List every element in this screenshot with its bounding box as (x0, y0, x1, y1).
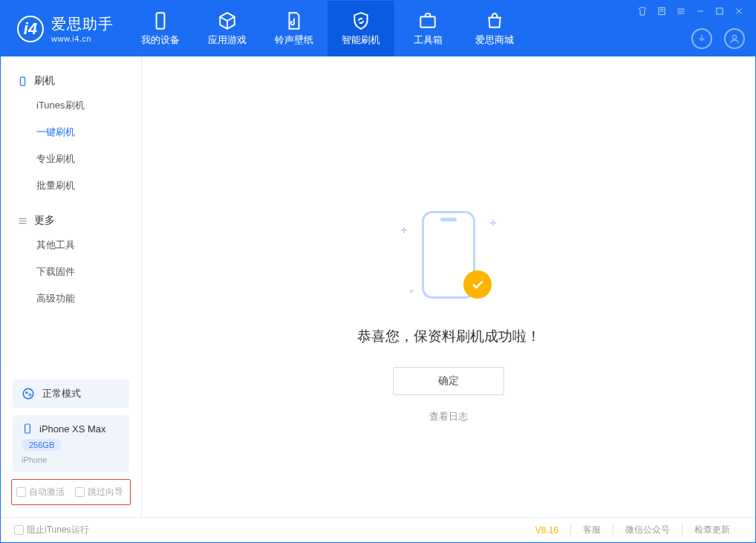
checkbox-block-itunes[interactable]: 阻止iTunes运行 (14, 524, 89, 536)
footer-link-update[interactable]: 检查更新 (682, 524, 742, 536)
svg-point-8 (29, 394, 31, 396)
svg-rect-3 (717, 8, 723, 14)
checkbox-skip-guide[interactable]: 跳过向导 (75, 486, 123, 498)
window-controls (636, 5, 745, 17)
sidebar-section-more: 更多 (1, 209, 141, 232)
tab-smart-flash[interactable]: 智能刷机 (328, 1, 394, 56)
checkbox-icon (14, 525, 24, 535)
phone-icon (22, 423, 33, 435)
svg-rect-5 (20, 77, 25, 85)
phone-icon (17, 76, 28, 87)
svg-rect-9 (25, 424, 30, 433)
mode-card[interactable]: 正常模式 (13, 380, 129, 408)
sidebar-item-onekey-flash[interactable]: 一键刷机 (1, 119, 141, 146)
device-card[interactable]: iPhone XS Max 256GB iPhone (13, 415, 129, 472)
checkbox-auto-activate[interactable]: 自动激活 (16, 486, 65, 498)
sidebar-item-batch-flash[interactable]: 批量刷机 (1, 172, 141, 199)
sidebar-item-other-tools[interactable]: 其他工具 (1, 232, 141, 259)
footer-link-support[interactable]: 客服 (570, 524, 613, 536)
footer: 阻止iTunes运行 V8.16 客服 微信公众号 检查更新 (1, 517, 755, 542)
success-message: 恭喜您，保资料刷机成功啦！ (357, 327, 541, 346)
list-icon (17, 215, 28, 227)
sidebar-item-advanced[interactable]: 高级功能 (1, 285, 141, 312)
app-window: i4 爱思助手 www.i4.cn 我的设备 应用游戏 铃声壁纸 智能刷机 (0, 0, 756, 543)
sidebar-item-pro-flash[interactable]: 专业刷机 (1, 146, 141, 172)
app-logo: i4 爱思助手 www.i4.cn (1, 14, 127, 43)
header-right (636, 1, 745, 56)
view-log-link[interactable]: 查看日志 (429, 410, 468, 423)
app-domain: www.i4.cn (51, 34, 114, 43)
footer-link-wechat[interactable]: 微信公众号 (613, 524, 682, 536)
sidebar-item-download-fw[interactable]: 下载固件 (1, 259, 141, 285)
tab-toolbox[interactable]: 工具箱 (394, 1, 461, 56)
device-name: iPhone XS Max (39, 423, 106, 435)
version-label: V8.16 (535, 525, 558, 536)
device-capacity: 256GB (22, 439, 62, 451)
phone-icon (151, 11, 170, 30)
shield-refresh-icon (351, 11, 371, 30)
sidebar: 刷机 iTunes刷机 一键刷机 专业刷机 批量刷机 更多 其他工具 下载固件 … (1, 56, 142, 517)
bag-icon (485, 11, 504, 30)
sidebar-item-itunes-flash[interactable]: iTunes刷机 (1, 92, 141, 119)
note-icon[interactable] (656, 5, 668, 17)
top-nav: 我的设备 应用游戏 铃声壁纸 智能刷机 工具箱 爱思商城 (127, 1, 528, 56)
flash-options-highlight: 自动激活 跳过向导 (11, 479, 131, 505)
checkbox-icon (16, 487, 26, 497)
shirt-icon[interactable] (636, 5, 648, 17)
tab-my-device[interactable]: 我的设备 (127, 1, 194, 56)
success-check-icon (463, 270, 492, 299)
cube-icon (218, 11, 237, 30)
ok-button[interactable]: 确定 (393, 367, 504, 395)
user-button[interactable] (724, 28, 745, 49)
logo-icon: i4 (17, 16, 44, 42)
maximize-icon[interactable] (714, 5, 726, 17)
success-illustration (397, 205, 501, 309)
svg-rect-0 (157, 13, 165, 29)
main-panel: 恭喜您，保资料刷机成功啦！ 确定 查看日志 (142, 56, 755, 517)
app-name: 爱思助手 (51, 14, 114, 34)
svg-point-6 (23, 388, 33, 399)
menu-icon[interactable] (675, 5, 687, 17)
svg-point-4 (732, 35, 736, 39)
checkbox-icon (75, 487, 85, 497)
tab-apps-games[interactable]: 应用游戏 (194, 1, 261, 56)
device-type: iPhone (22, 455, 120, 464)
body: 刷机 iTunes刷机 一键刷机 专业刷机 批量刷机 更多 其他工具 下载固件 … (1, 56, 755, 517)
tab-store[interactable]: 爱思商城 (461, 1, 528, 56)
svg-point-7 (25, 391, 27, 394)
briefcase-icon (418, 11, 437, 30)
mode-icon (22, 387, 35, 400)
mode-label: 正常模式 (42, 387, 81, 400)
tab-ring-wallpaper[interactable]: 铃声壁纸 (261, 1, 328, 56)
download-button[interactable] (691, 28, 712, 49)
sidebar-section-flash: 刷机 (1, 70, 141, 92)
header: i4 爱思助手 www.i4.cn 我的设备 应用游戏 铃声壁纸 智能刷机 (1, 1, 755, 56)
svg-rect-1 (420, 16, 435, 27)
close-icon[interactable] (733, 5, 745, 17)
minimize-icon[interactable] (694, 5, 706, 17)
music-file-icon (284, 11, 304, 30)
